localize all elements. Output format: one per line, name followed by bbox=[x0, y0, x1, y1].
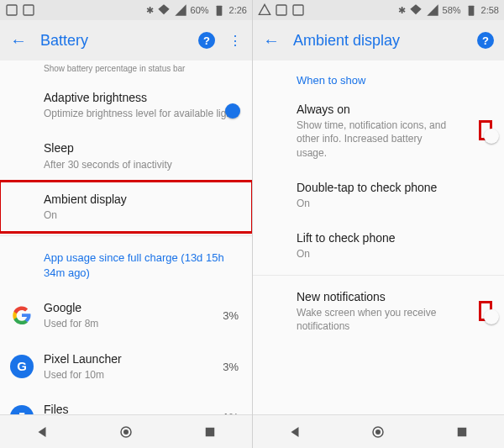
double-tap-row[interactable]: Double-tap to check phone On bbox=[253, 170, 504, 220]
battery-pct: 60% bbox=[191, 5, 209, 15]
page-title: Battery bbox=[40, 32, 185, 50]
app-name: Files bbox=[44, 402, 239, 414]
svg-rect-6 bbox=[276, 5, 286, 15]
bluetooth-icon: ✱ bbox=[398, 5, 406, 16]
lift-check-row[interactable]: Lift to check phone On bbox=[253, 220, 504, 271]
wifi-icon bbox=[409, 3, 423, 17]
app-name: Pixel Launcher bbox=[44, 351, 239, 366]
help-button[interactable]: ? bbox=[477, 32, 494, 49]
app-sub: Used for 8m bbox=[44, 317, 239, 330]
home-nav[interactable] bbox=[118, 424, 134, 440]
app-row[interactable]: ▮ Files Used for 2m 1% bbox=[0, 392, 252, 414]
svg-point-10 bbox=[375, 430, 381, 435]
battery-pct: 58% bbox=[443, 5, 461, 15]
app-pct: 1% bbox=[223, 411, 239, 414]
hint-text: Show battery percentage in status bar bbox=[0, 61, 252, 80]
app-pct: 3% bbox=[223, 309, 239, 322]
app-pct: 3% bbox=[223, 360, 239, 372]
row-title: Always on bbox=[297, 102, 454, 117]
app-bar: ← Battery ? ⋮ bbox=[0, 20, 252, 61]
adaptive-brightness-row[interactable]: Adaptive brightness Optimize brightness … bbox=[0, 80, 252, 130]
page-title: Ambient display bbox=[293, 32, 464, 50]
row-sub: Show time, notification icons, and other… bbox=[297, 119, 454, 160]
clock: 2:58 bbox=[481, 5, 499, 15]
row-title: Sleep bbox=[44, 140, 239, 155]
divider bbox=[253, 275, 504, 276]
app-row[interactable]: Google Used for 8m 3% bbox=[0, 290, 252, 340]
app-name: Google bbox=[44, 300, 239, 315]
nav-bar bbox=[253, 414, 504, 448]
row-sub: After 30 seconds of inactivity bbox=[44, 158, 239, 171]
usage-header-row[interactable]: App usage since full charge (13d 15h 34m… bbox=[0, 240, 252, 290]
svg-rect-5 bbox=[206, 427, 215, 436]
row-title: Adaptive brightness bbox=[44, 90, 239, 105]
content[interactable]: Show battery percentage in status bar Ad… bbox=[0, 61, 252, 414]
wifi-icon bbox=[157, 3, 171, 17]
new-notifications-row[interactable]: New notifications Wake screen when you r… bbox=[253, 279, 504, 344]
status-bar: ✱ 58% 2:58 bbox=[253, 0, 504, 20]
battery-screen: ✱ 60% 2:26 ← Battery ? ⋮ Show battery pe… bbox=[0, 0, 252, 448]
back-nav[interactable] bbox=[34, 424, 50, 440]
row-sub: On bbox=[297, 197, 491, 210]
app-bar: ← Ambient display ? bbox=[253, 20, 504, 61]
svg-rect-11 bbox=[458, 427, 467, 436]
recent-nav[interactable] bbox=[202, 424, 218, 440]
row-title: New notifications bbox=[297, 289, 454, 304]
row-title: Double-tap to check phone bbox=[297, 180, 491, 195]
svg-rect-8 bbox=[468, 6, 474, 16]
recent-nav[interactable] bbox=[454, 424, 470, 440]
notif-icon bbox=[275, 3, 288, 17]
google-icon bbox=[10, 303, 34, 327]
back-button[interactable]: ← bbox=[10, 31, 27, 50]
ambient-display-row[interactable]: Ambient display On bbox=[0, 182, 252, 232]
app-row[interactable]: G Pixel Launcher Used for 10m 3% bbox=[0, 341, 252, 392]
always-on-row[interactable]: Always on Show time, notification icons,… bbox=[253, 92, 504, 170]
svg-rect-2 bbox=[216, 6, 222, 16]
divider bbox=[0, 235, 252, 236]
row-sub: On bbox=[297, 247, 491, 261]
signal-icon bbox=[174, 3, 187, 17]
status-bar: ✱ 60% 2:26 bbox=[0, 0, 252, 20]
bluetooth-icon: ✱ bbox=[146, 5, 154, 16]
row-sub: Optimize brightness level for available … bbox=[44, 107, 239, 120]
help-button[interactable]: ? bbox=[198, 32, 215, 49]
content[interactable]: When to show Always on Show time, notifi… bbox=[253, 61, 504, 414]
files-icon: ▮ bbox=[10, 405, 34, 414]
warning-icon bbox=[258, 3, 271, 17]
notif-icon bbox=[291, 3, 305, 17]
battery-icon bbox=[213, 3, 226, 17]
app-sub: Used for 10m bbox=[44, 368, 239, 382]
row-title: Ambient display bbox=[44, 192, 239, 207]
usage-header: App usage since full charge (13d 15h 34m… bbox=[44, 251, 224, 279]
svg-rect-1 bbox=[24, 5, 34, 15]
back-nav[interactable] bbox=[287, 424, 302, 440]
nav-bar bbox=[0, 414, 252, 448]
svg-rect-7 bbox=[293, 5, 303, 15]
svg-point-4 bbox=[123, 430, 129, 435]
sleep-row[interactable]: Sleep After 30 seconds of inactivity bbox=[0, 130, 252, 181]
clock: 2:26 bbox=[229, 5, 247, 15]
back-button[interactable]: ← bbox=[263, 31, 280, 50]
row-sub: On bbox=[44, 208, 239, 222]
pixel-launcher-icon: G bbox=[10, 355, 34, 378]
section-header: When to show bbox=[253, 61, 504, 92]
notif-icon bbox=[22, 3, 35, 17]
row-sub: Wake screen when you receive notificatio… bbox=[297, 306, 454, 333]
svg-rect-0 bbox=[7, 5, 17, 15]
home-nav[interactable] bbox=[370, 424, 386, 440]
signal-icon bbox=[426, 3, 439, 17]
overflow-button[interactable]: ⋮ bbox=[228, 33, 242, 49]
row-title: Lift to check phone bbox=[297, 230, 491, 245]
battery-icon bbox=[465, 3, 478, 17]
notif-icon bbox=[5, 3, 18, 17]
ambient-display-screen: ✱ 58% 2:58 ← Ambient display ? When to s… bbox=[252, 0, 504, 448]
